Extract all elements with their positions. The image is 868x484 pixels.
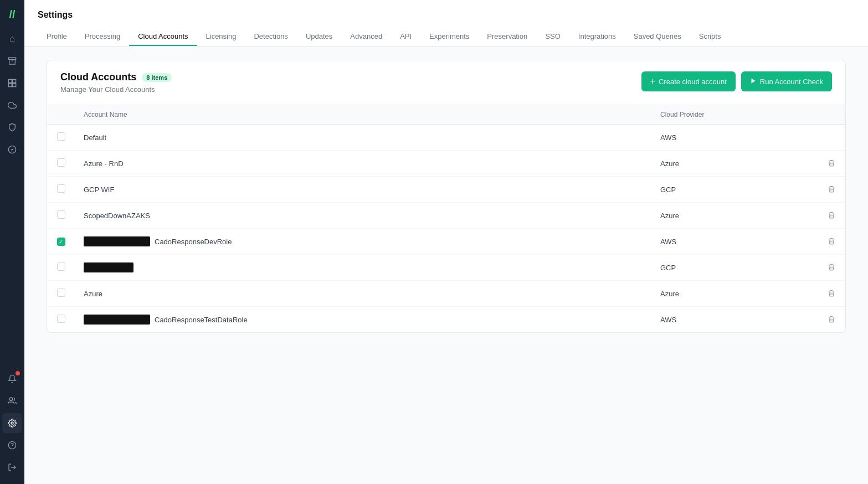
sidebar-icon-check[interactable] — [2, 140, 22, 159]
nav-tab-detections[interactable]: Detections — [245, 28, 296, 46]
svg-point-6 — [9, 398, 12, 400]
nav-tab-processing[interactable]: Processing — [76, 28, 129, 46]
nav-tab-updates[interactable]: Updates — [297, 28, 341, 46]
nav-tab-advanced[interactable]: Advanced — [341, 28, 391, 46]
account-name-text: Azure — [84, 290, 102, 298]
sidebar-icon-logout[interactable] — [2, 457, 22, 477]
row-checkbox-cell — [47, 151, 75, 177]
nav-tab-scripts[interactable]: Scripts — [690, 28, 730, 46]
col-header-checkbox — [47, 105, 75, 125]
row-checkbox[interactable] — [57, 289, 65, 297]
table-row: GCP — [47, 255, 845, 281]
account-name-text: Azure - RnD — [84, 159, 124, 168]
col-header-account-name: Account Name — [75, 105, 651, 125]
row-checkbox[interactable] — [57, 184, 65, 193]
redacted-block — [84, 262, 133, 272]
sidebar-icon-users[interactable] — [2, 391, 22, 411]
delete-icon[interactable] — [828, 238, 835, 246]
main-area: Settings ProfileProcessingCloud Accounts… — [24, 0, 868, 484]
row-cloud-provider: Azure — [651, 281, 818, 307]
row-checkbox-cell — [47, 307, 75, 333]
row-checkbox-cell — [47, 255, 75, 281]
row-cloud-provider: Azure — [651, 151, 818, 177]
row-cloud-provider: AWS — [651, 307, 818, 333]
sidebar: // ⌂ — [0, 0, 24, 484]
row-cloud-provider: GCP — [651, 255, 818, 281]
row-checkbox[interactable] — [57, 158, 65, 167]
row-checkbox[interactable] — [57, 262, 65, 271]
nav-tab-experiments[interactable]: Experiments — [420, 28, 478, 46]
delete-icon[interactable] — [828, 186, 835, 194]
card-subtitle: Manage Your Cloud Accounts — [60, 85, 172, 94]
svg-marker-11 — [751, 78, 755, 83]
row-checkbox-cell — [47, 203, 75, 229]
sidebar-icon-help[interactable] — [2, 435, 22, 455]
row-cloud-provider: AWS — [651, 125, 818, 151]
row-checkbox[interactable] — [57, 132, 65, 141]
table-head: Account Name Cloud Provider — [47, 105, 845, 125]
row-checkbox[interactable] — [57, 210, 65, 219]
account-name-text: GCP WIF — [84, 186, 114, 194]
nav-tab-preservation[interactable]: Preservation — [478, 28, 536, 46]
sidebar-icon-archive[interactable] — [2, 51, 22, 71]
row-actions — [818, 125, 845, 151]
table-row: ✓CadoResponseDevRoleAWS — [47, 229, 845, 255]
account-name-text: CadoResponseDevRole — [155, 238, 232, 246]
svg-rect-2 — [13, 79, 16, 83]
row-checkbox[interactable]: ✓ — [57, 238, 65, 246]
nav-tabs: ProfileProcessingCloud AccountsLicensing… — [38, 28, 855, 46]
row-account-name: GCP WIF — [75, 177, 651, 203]
redacted-block — [84, 236, 150, 246]
sidebar-icon-bell[interactable] — [2, 369, 22, 389]
sidebar-icon-settings[interactable] — [2, 413, 22, 433]
play-icon — [750, 78, 757, 86]
sidebar-icon-shield[interactable] — [2, 117, 22, 137]
table-row: GCP WIFGCP — [47, 177, 845, 203]
nav-tab-integrations[interactable]: Integrations — [569, 28, 625, 46]
app-logo: // — [4, 7, 20, 22]
svg-rect-3 — [8, 84, 12, 87]
row-account-name: Azure - RnD — [75, 151, 651, 177]
sidebar-icon-home[interactable]: ⌂ — [2, 29, 22, 49]
accounts-table: Account Name Cloud Provider DefaultAWSAz… — [47, 105, 845, 332]
row-cloud-provider: GCP — [651, 177, 818, 203]
table-row: AzureAzure — [47, 281, 845, 307]
nav-tab-sso[interactable]: SSO — [536, 28, 569, 46]
nav-tab-cloud-accounts[interactable]: Cloud Accounts — [129, 28, 197, 46]
card-title-text: Cloud Accounts — [60, 71, 136, 83]
svg-rect-4 — [13, 84, 16, 87]
run-account-check-button[interactable]: Run Account Check — [741, 71, 832, 91]
svg-rect-1 — [8, 79, 12, 83]
delete-icon[interactable] — [828, 212, 835, 220]
create-cloud-account-button[interactable]: + Create cloud account — [641, 71, 736, 91]
row-checkbox[interactable] — [57, 315, 65, 323]
nav-tab-api[interactable]: API — [391, 28, 420, 46]
card-title: Cloud Accounts 8 items — [60, 71, 172, 83]
nav-tab-licensing[interactable]: Licensing — [197, 28, 245, 46]
plus-icon: + — [650, 76, 655, 86]
delete-icon[interactable] — [828, 159, 835, 168]
page-title: Settings — [38, 10, 855, 20]
table-row: CadoResponseTestDataRoleAWS — [47, 307, 845, 333]
nav-tab-saved-queries[interactable]: Saved Queries — [625, 28, 690, 46]
row-checkbox-cell — [47, 281, 75, 307]
content-area: Cloud Accounts 8 items Manage Your Cloud… — [24, 47, 868, 484]
delete-icon[interactable] — [828, 316, 835, 325]
sidebar-icon-cloud[interactable] — [2, 95, 22, 115]
cloud-accounts-card: Cloud Accounts 8 items Manage Your Cloud… — [47, 60, 846, 333]
table-row: ScopedDownAZAKSAzure — [47, 203, 845, 229]
run-button-label: Run Account Check — [760, 78, 823, 86]
delete-icon[interactable] — [828, 290, 835, 298]
row-actions — [818, 281, 845, 307]
delete-icon[interactable] — [828, 264, 835, 272]
account-name-text: Default — [84, 133, 106, 142]
table-body: DefaultAWSAzure - RnDAzureGCP WIFGCPScop… — [47, 125, 845, 333]
card-title-area: Cloud Accounts 8 items Manage Your Cloud… — [60, 71, 172, 94]
row-account-name: ScopedDownAZAKS — [75, 203, 651, 229]
row-checkbox-cell — [47, 125, 75, 151]
row-checkbox-cell: ✓ — [47, 229, 75, 255]
topbar: Settings ProfileProcessingCloud Accounts… — [24, 0, 868, 47]
row-account-name: CadoResponseDevRole — [75, 229, 651, 255]
nav-tab-profile[interactable]: Profile — [38, 28, 76, 46]
sidebar-icon-layers[interactable] — [2, 73, 22, 93]
